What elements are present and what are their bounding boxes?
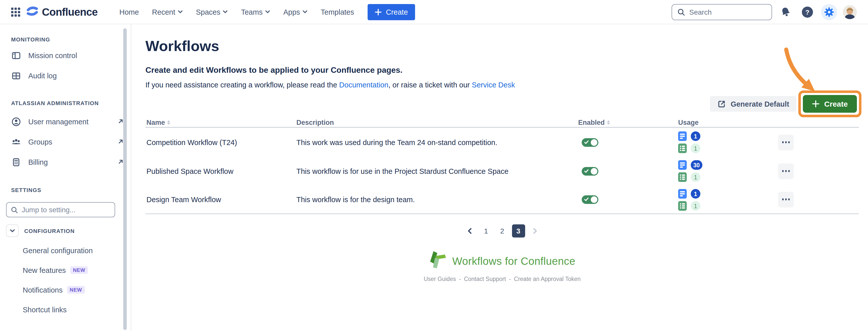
table-usage-count: 1 bbox=[691, 201, 700, 211]
new-badge: NEW bbox=[70, 266, 88, 274]
page-usage-count: 30 bbox=[691, 160, 702, 170]
enabled-toggle[interactable] bbox=[582, 138, 598, 147]
table-usage-count: 1 bbox=[691, 144, 700, 153]
pagination-prev-button[interactable] bbox=[463, 224, 476, 238]
external-link-icon bbox=[118, 118, 124, 126]
generate-default-button[interactable]: Generate Default bbox=[710, 96, 796, 112]
workflow-name: Published Space Workflow bbox=[147, 167, 233, 175]
page-usage-count: 1 bbox=[691, 131, 700, 141]
sidebar-item-general-configuration[interactable]: General configuration bbox=[6, 241, 131, 260]
check-icon bbox=[584, 169, 589, 173]
sidebar-item-mission-control[interactable]: Mission control bbox=[6, 46, 131, 66]
sidebar-item-shortcut-links[interactable]: Shortcut links bbox=[6, 300, 131, 320]
mission-control-icon bbox=[11, 51, 21, 61]
sidebar-item-billing[interactable]: Billing bbox=[6, 152, 131, 172]
configuration-collapse-button[interactable] bbox=[6, 224, 19, 237]
sort-icon bbox=[167, 120, 170, 125]
enabled-toggle[interactable] bbox=[582, 167, 598, 175]
pagination-next-button[interactable] bbox=[528, 224, 541, 238]
top-navigation: Confluence Home Recent Spaces Teams Apps… bbox=[0, 0, 868, 24]
row-actions-menu-button[interactable] bbox=[778, 163, 794, 179]
page-usage-icon bbox=[678, 131, 687, 141]
sidebar-item-audit-log[interactable]: Audit log bbox=[6, 66, 131, 86]
service-desk-link[interactable]: Service Desk bbox=[472, 81, 515, 89]
footer-brand-text: Workflows for Confluence bbox=[452, 255, 575, 267]
footer: Workflows for Confluence User Guides - C… bbox=[146, 251, 859, 282]
groups-icon bbox=[11, 137, 21, 147]
jump-to-setting-search bbox=[6, 202, 115, 217]
table-actions-row: Generate Default Create bbox=[131, 90, 868, 119]
export-icon bbox=[717, 99, 726, 109]
table-row: Design Team Workflow This workflow is fo… bbox=[146, 185, 859, 214]
help-icon[interactable]: ? bbox=[799, 4, 815, 20]
search-icon bbox=[677, 8, 685, 16]
confluence-logo-icon bbox=[26, 5, 38, 19]
search-input[interactable] bbox=[689, 8, 760, 16]
create-workflow-button[interactable]: Create bbox=[803, 95, 857, 113]
page-usage-icon bbox=[678, 189, 687, 199]
jump-to-setting-input[interactable] bbox=[22, 206, 102, 214]
user-avatar[interactable] bbox=[843, 5, 857, 19]
workflows-logo bbox=[429, 251, 446, 271]
table-usage-icon bbox=[678, 201, 687, 211]
sidebar-item-label: Audit log bbox=[28, 72, 57, 80]
sidebar-item-groups[interactable]: Groups bbox=[6, 132, 131, 152]
pagination-page-3-active[interactable]: 3 bbox=[512, 224, 525, 238]
pagination: 1 2 3 bbox=[146, 224, 859, 238]
documentation-link[interactable]: Documentation bbox=[339, 81, 388, 89]
check-icon bbox=[584, 140, 589, 144]
sidebar-item-label: Mission control bbox=[28, 52, 77, 60]
app-switcher-icon[interactable] bbox=[10, 6, 21, 18]
column-header-name[interactable]: Name bbox=[147, 119, 170, 126]
sidebar-section-admin: ATLASSIAN ADMINISTRATION bbox=[6, 100, 131, 106]
notifications-bell-icon[interactable] bbox=[778, 4, 794, 20]
sidebar-item-label: User management bbox=[28, 118, 89, 126]
nav-item-recent[interactable]: Recent bbox=[146, 0, 189, 24]
plus-icon bbox=[375, 8, 382, 16]
sidebar-item-user-management[interactable]: User management bbox=[6, 112, 131, 132]
sidebar-section-monitoring: MONITORING bbox=[6, 36, 131, 42]
confluence-wordmark: Confluence bbox=[42, 6, 98, 18]
sidebar-item-label: Groups bbox=[28, 138, 52, 146]
table-header-row: Name Description Enabled Usage bbox=[146, 119, 859, 128]
user-circle-icon bbox=[11, 117, 21, 127]
audit-log-icon bbox=[11, 71, 21, 81]
column-header-enabled[interactable]: Enabled bbox=[578, 119, 610, 126]
svg-text:?: ? bbox=[805, 8, 809, 16]
page-subtitle: Create and edit Workflows to be applied … bbox=[146, 65, 868, 75]
workflows-table: Name Description Enabled Usage Competiti… bbox=[146, 119, 859, 214]
sidebar-item-new-features[interactable]: New features NEW bbox=[6, 260, 131, 280]
settings-gear-icon[interactable] bbox=[821, 4, 837, 20]
chevron-right-icon bbox=[531, 228, 538, 235]
nav-item-home[interactable]: Home bbox=[113, 0, 146, 24]
contact-support-link[interactable]: Contact Support bbox=[464, 276, 506, 282]
page-usage-icon bbox=[678, 160, 687, 170]
plus-icon bbox=[812, 100, 820, 108]
page-usage-count: 1 bbox=[691, 189, 700, 199]
table-usage-icon bbox=[678, 144, 687, 153]
chevron-down-icon bbox=[303, 10, 308, 13]
nav-create-button[interactable]: Create bbox=[368, 4, 415, 20]
sort-icon bbox=[607, 120, 610, 125]
nav-item-teams[interactable]: Teams bbox=[235, 0, 277, 24]
pagination-page-1[interactable]: 1 bbox=[479, 224, 493, 238]
approval-token-link[interactable]: Create an Approval Token bbox=[514, 276, 581, 282]
sidebar-item-notifications[interactable]: Notifications NEW bbox=[6, 280, 131, 300]
nav-item-apps[interactable]: Apps bbox=[277, 0, 314, 24]
enabled-toggle[interactable] bbox=[582, 195, 598, 204]
pagination-page-2[interactable]: 2 bbox=[496, 224, 509, 238]
confluence-admin-app: Confluence Home Recent Spaces Teams Apps… bbox=[0, 0, 868, 331]
nav-item-templates[interactable]: Templates bbox=[314, 0, 361, 24]
global-search bbox=[672, 4, 772, 20]
row-actions-menu-button[interactable] bbox=[778, 134, 794, 150]
workflow-description: This work was used during the Team 24 on… bbox=[297, 138, 497, 146]
row-actions-menu-button[interactable] bbox=[778, 191, 794, 207]
user-guides-link[interactable]: User Guides bbox=[424, 276, 456, 282]
table-row: Published Space Workflow This workflow i… bbox=[146, 157, 859, 185]
confluence-logo[interactable]: Confluence bbox=[26, 5, 98, 19]
sidebar-section-configuration: CONFIGURATION bbox=[24, 228, 75, 234]
sidebar-scrollbar[interactable] bbox=[123, 28, 127, 330]
nav-item-spaces[interactable]: Spaces bbox=[189, 0, 235, 24]
check-icon bbox=[584, 197, 589, 201]
billing-icon bbox=[11, 157, 21, 167]
